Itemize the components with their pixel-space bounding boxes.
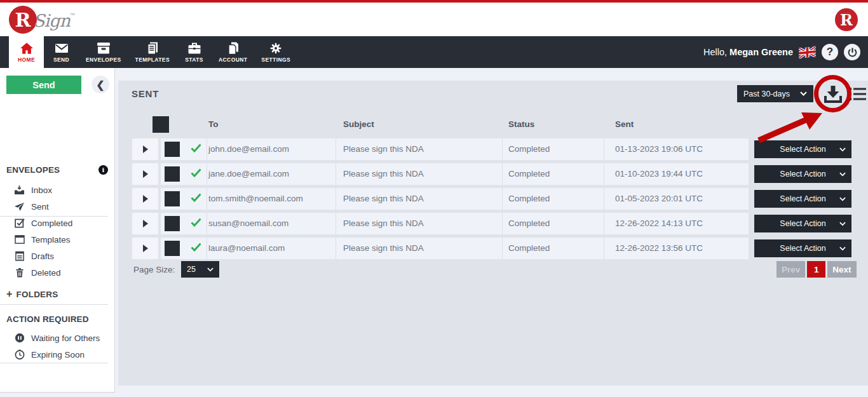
select-all-checkbox[interactable] — [153, 116, 169, 133]
pages-icon — [226, 42, 241, 55]
column-header-status: Status — [508, 119, 534, 129]
sidebar-item-label: Waiting for Others — [31, 333, 100, 343]
cell-status: Completed — [508, 194, 550, 203]
table-header-row: To Subject Status Sent — [118, 114, 868, 135]
cell-to: tom.smith@noemail.com — [208, 194, 303, 203]
paper-plane-icon — [14, 202, 25, 212]
sidebar-divider — [0, 363, 108, 363]
home-icon — [20, 42, 34, 55]
select-action-dropdown[interactable]: Select Action — [754, 165, 851, 183]
sidebar-item-drafts[interactable]: Drafts — [14, 248, 72, 264]
select-action-dropdown[interactable]: Select Action — [754, 215, 851, 232]
cell-status: Completed — [508, 219, 550, 228]
tab-stats[interactable]: STATS — [177, 36, 212, 68]
action-required-header: ACTION REQUIRED — [6, 314, 89, 324]
cell-subject: Please sign this NDA — [343, 144, 424, 154]
page-size-select[interactable]: 25 — [181, 261, 219, 278]
document-icon — [145, 42, 160, 55]
table-row: susan@noemail.com Please sign this NDA C… — [118, 213, 868, 234]
chevron-down-icon — [839, 147, 846, 152]
cell-to: laura@noemail.com — [208, 243, 285, 253]
next-page-button[interactable]: Next — [827, 261, 856, 278]
row-checkbox[interactable] — [165, 241, 180, 256]
send-button[interactable]: Send — [6, 76, 81, 94]
trash-icon — [14, 267, 25, 278]
cell-sent: 01-13-2023 19:06 UTC — [615, 144, 703, 154]
expand-row-button[interactable] — [132, 138, 158, 160]
sidebar-item-label: Templates — [31, 235, 71, 245]
chevron-down-icon — [839, 197, 846, 201]
row-checkbox[interactable] — [165, 166, 180, 182]
sidebar-item-templates[interactable]: Templates — [14, 231, 72, 248]
row-cell-group: laura@noemail.com Please sign this NDA C… — [161, 238, 749, 259]
expand-row-button[interactable] — [132, 213, 158, 234]
tab-templates[interactable]: TEMPLATES — [128, 36, 177, 68]
row-checkbox[interactable] — [165, 216, 180, 231]
envelopes-list: Inbox Sent Completed Templates Drafts De… — [14, 182, 72, 281]
column-header-sent: Sent — [615, 119, 634, 129]
tab-send[interactable]: SEND — [44, 36, 79, 68]
question-mark-icon: ? — [827, 46, 833, 58]
select-action-dropdown[interactable]: Select Action — [754, 190, 851, 208]
user-name: Megan Greene — [729, 47, 793, 57]
current-page-button[interactable]: 1 — [807, 261, 825, 278]
rsign-logo-sign: Sign — [33, 11, 70, 30]
triangle-right-icon — [143, 220, 148, 227]
sidebar-item-label: Inbox — [31, 185, 52, 195]
plus-icon: + — [6, 288, 13, 300]
sidebar-item-label: Drafts — [31, 252, 54, 261]
tab-account[interactable]: ACCOUNT — [212, 36, 254, 68]
row-checkbox[interactable] — [165, 191, 180, 206]
table-row: john.doe@email.com Please sign this NDA … — [118, 138, 868, 160]
table-row: tom.smith@noemail.com Please sign this N… — [118, 188, 868, 210]
uk-flag-icon[interactable] — [799, 46, 816, 58]
cell-to: john.doe@email.com — [208, 144, 289, 154]
sidebar-item-sent[interactable]: Sent — [14, 198, 72, 215]
chevron-left-icon: ❮ — [96, 79, 104, 91]
date-range-select[interactable]: Past 30-days — [737, 85, 813, 102]
completed-check-icon — [191, 168, 201, 177]
triangle-right-icon — [143, 170, 148, 178]
chevron-down-icon — [839, 172, 846, 177]
sidebar-item-expiring-soon[interactable]: Expiring Soon — [14, 346, 100, 363]
sidebar-item-completed[interactable]: Completed — [14, 215, 72, 231]
sidebar-item-waiting-for-others[interactable]: Waiting for Others — [14, 330, 100, 346]
expand-row-button[interactable] — [132, 188, 158, 210]
folders-header: FOLDERS — [17, 290, 58, 299]
column-header-subject: Subject — [343, 119, 374, 129]
sidebar-item-inbox[interactable]: Inbox — [14, 182, 72, 198]
logout-button[interactable] — [844, 44, 860, 60]
pagination: Prev 1 Next — [776, 261, 857, 278]
page-title: SENT — [132, 88, 159, 99]
tab-envelopes[interactable]: ENVELOPES — [79, 36, 128, 68]
select-action-dropdown[interactable]: Select Action — [754, 239, 851, 257]
draft-document-icon — [14, 251, 25, 261]
tab-settings[interactable]: SETTINGS — [254, 36, 297, 68]
help-button[interactable]: ? — [822, 44, 838, 60]
expand-row-button[interactable] — [132, 238, 158, 259]
list-icon — [849, 87, 868, 101]
sidebar-collapse-button[interactable]: ❮ — [92, 76, 109, 93]
power-icon — [848, 48, 857, 57]
tab-label: SEND — [53, 57, 69, 63]
chevron-down-icon — [800, 91, 807, 96]
envelopes-section-header: ENVELOPES — [6, 165, 60, 175]
sidebar-divider — [0, 216, 108, 217]
sidebar-item-label: Deleted — [31, 268, 61, 278]
tab-label: HOME — [18, 57, 35, 63]
sidebar-item-folders[interactable]: + FOLDERS — [6, 288, 58, 300]
row-cell-group: susan@noemail.com Please sign this NDA C… — [161, 213, 749, 234]
download-button[interactable] — [822, 83, 844, 105]
tab-home[interactable]: HOME — [9, 36, 44, 68]
table-row: laura@noemail.com Please sign this NDA C… — [118, 238, 868, 259]
chevron-down-icon — [207, 267, 214, 272]
sidebar-item-deleted[interactable]: Deleted — [14, 264, 72, 281]
prev-page-button[interactable]: Prev — [776, 261, 805, 278]
list-view-button[interactable] — [849, 87, 868, 101]
select-action-dropdown[interactable]: Select Action — [754, 140, 851, 158]
expand-row-button[interactable] — [132, 163, 158, 185]
row-checkbox[interactable] — [165, 142, 180, 157]
sent-panel: SENT Past 30-days To Subject Status Sent — [118, 81, 868, 386]
select-action-label: Select Action — [780, 145, 825, 154]
info-icon[interactable]: i — [98, 165, 108, 175]
